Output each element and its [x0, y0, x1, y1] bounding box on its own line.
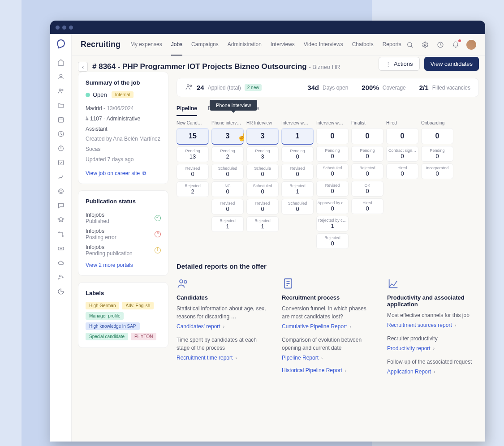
column-count[interactable]: 15 — [177, 128, 209, 145]
tab-jobs[interactable]: Jobs — [171, 34, 182, 56]
label-chip[interactable]: PHYTON — [131, 333, 157, 340]
window-close-icon[interactable] — [56, 26, 60, 30]
report-link[interactable]: Recruitment sources report › — [387, 322, 479, 328]
calendar-icon[interactable] — [57, 116, 65, 124]
report-link[interactable]: Cumulative Pipeline Report › — [282, 323, 374, 330]
stage-cell[interactable]: Revised0 — [246, 199, 279, 214]
search-icon[interactable] — [405, 40, 414, 49]
stage-cell[interactable]: Rejected0 — [351, 163, 383, 179]
column-count[interactable]: 0 — [351, 128, 383, 144]
actions-button[interactable]: ⋮Actions — [379, 57, 420, 71]
stage-cell[interactable]: Hired0 — [351, 198, 383, 214]
subtab-pipeline[interactable]: Pipeline — [177, 105, 197, 116]
timer-icon[interactable] — [57, 144, 65, 152]
chat-icon[interactable] — [57, 202, 65, 210]
window-maximize-icon[interactable] — [69, 26, 73, 30]
label-chip[interactable]: High knowledge in SAP — [86, 322, 140, 330]
label-chip[interactable]: Special candidate — [86, 333, 128, 340]
report-link[interactable]: Recruitment time report › — [177, 355, 268, 361]
money-icon[interactable] — [57, 244, 65, 253]
tab-interviews[interactable]: Interviews — [271, 34, 295, 56]
label-chip[interactable]: Adv. English — [122, 302, 154, 309]
stage-cell[interactable]: Pending0 — [281, 146, 314, 162]
avatar[interactable] — [466, 40, 476, 50]
home-icon[interactable] — [57, 58, 65, 66]
gear-icon[interactable] — [421, 40, 430, 49]
careersite-link[interactable]: View job on career site ⧉ — [86, 170, 161, 176]
stage-cell[interactable]: Hired0 — [386, 163, 418, 179]
stage-cell[interactable]: OK0 — [351, 181, 383, 197]
stage-cell[interactable]: Rejected2 — [177, 181, 209, 197]
tab-reports[interactable]: Reports — [383, 34, 401, 56]
column-count[interactable]: 0 — [316, 128, 349, 144]
stage-cell[interactable]: Rejected1 — [211, 216, 244, 232]
folder-icon[interactable] — [57, 101, 65, 109]
stage-cell[interactable]: Pending3 — [246, 146, 279, 162]
flow-icon[interactable] — [57, 230, 65, 238]
report-link[interactable]: Candidates' report › — [177, 323, 268, 330]
stage-cell[interactable]: Incorporated0 — [421, 163, 453, 179]
svg-point-7 — [58, 189, 63, 194]
stage-cell[interactable]: Pending2 — [211, 146, 244, 162]
stage-cell[interactable]: Revised0 — [316, 181, 349, 197]
external-link-icon: ⧉ — [142, 170, 146, 176]
stage-cell[interactable]: NC0 — [211, 181, 244, 197]
column-count[interactable]: 3 — [246, 128, 279, 145]
bell-icon[interactable] — [451, 40, 460, 49]
stage-cell[interactable]: Revised0 — [211, 199, 244, 214]
stage-cell[interactable]: Scheduled0 — [316, 163, 349, 179]
tab-administration[interactable]: Administration — [228, 34, 262, 56]
svg-point-12 — [60, 248, 61, 249]
tab-video-interviews[interactable]: Video Interviews — [304, 34, 343, 56]
report-link[interactable]: Pipeline Report › — [282, 355, 374, 361]
column-count[interactable]: 1 — [281, 128, 314, 145]
target-icon[interactable] — [57, 187, 65, 195]
column-count[interactable]: 0 — [421, 128, 453, 144]
report-link[interactable]: Historical Pipeline Report › — [282, 367, 374, 373]
stage-cell[interactable]: Rejected1 — [246, 216, 279, 232]
report-link[interactable]: Productivity report › — [387, 345, 479, 352]
chart-icon[interactable] — [57, 173, 65, 181]
stage-cell[interactable]: Rejected0 — [316, 233, 349, 249]
stage-cell[interactable]: Scheduled0 — [211, 164, 244, 180]
view-candidates-button[interactable]: View candidates — [424, 57, 479, 71]
report-link[interactable]: Application Report › — [387, 369, 479, 375]
more-portals-link[interactable]: View 2 more portals — [86, 262, 161, 268]
people-icon[interactable] — [57, 87, 65, 95]
column-count[interactable]: 0 — [386, 128, 418, 144]
stage-cell[interactable]: Pending13 — [177, 146, 209, 162]
tab-my-expenses[interactable]: My expenses — [130, 34, 162, 56]
pipeline-column: HR Interview3Pending3Schedule0Scheduled0… — [246, 120, 279, 249]
person-icon[interactable] — [57, 73, 65, 81]
checkbox-icon[interactable] — [57, 159, 65, 167]
stage-cell[interactable]: Rejected1 — [281, 181, 314, 197]
activity-icon[interactable] — [436, 40, 445, 49]
window-minimize-icon[interactable] — [62, 26, 66, 30]
report-desc: Statistical information about age, sex, … — [177, 304, 268, 321]
stage-cell[interactable]: Schedule0 — [246, 164, 279, 180]
clock-icon[interactable] — [57, 130, 65, 138]
stage-cell[interactable]: Scheduled0 — [281, 199, 314, 214]
column-header: Phone interv… — [211, 120, 244, 125]
stage-cell[interactable]: Pending0 — [316, 146, 349, 162]
education-icon[interactable] — [57, 216, 65, 224]
tab-campaigns[interactable]: Campaigns — [191, 34, 219, 56]
stage-cell[interactable]: Revised0 — [281, 164, 314, 180]
pie-icon[interactable] — [57, 287, 65, 296]
back-button[interactable]: ‹ — [78, 62, 88, 72]
column-count[interactable]: 3 — [211, 128, 244, 145]
cloud-icon[interactable] — [57, 259, 65, 267]
label-chip[interactable]: Manager profile — [86, 312, 124, 320]
user-add-icon[interactable] — [57, 273, 65, 281]
stage-cell[interactable]: Contract sign…0 — [386, 146, 418, 162]
stage-cell[interactable]: Pending0 — [421, 146, 453, 162]
svg-point-9 — [58, 232, 60, 233]
label-chip[interactable]: High German — [86, 302, 119, 309]
tab-chatbots[interactable]: Chatbots — [352, 34, 374, 56]
stage-cell[interactable]: Approved by c…0 — [316, 198, 349, 214]
check-icon — [155, 215, 161, 221]
stage-cell[interactable]: Scheduled0 — [246, 181, 279, 197]
stage-cell[interactable]: Revised0 — [177, 164, 209, 180]
stage-cell[interactable]: Rejected by c…1 — [316, 216, 349, 232]
stage-cell[interactable]: Pending0 — [351, 146, 383, 162]
